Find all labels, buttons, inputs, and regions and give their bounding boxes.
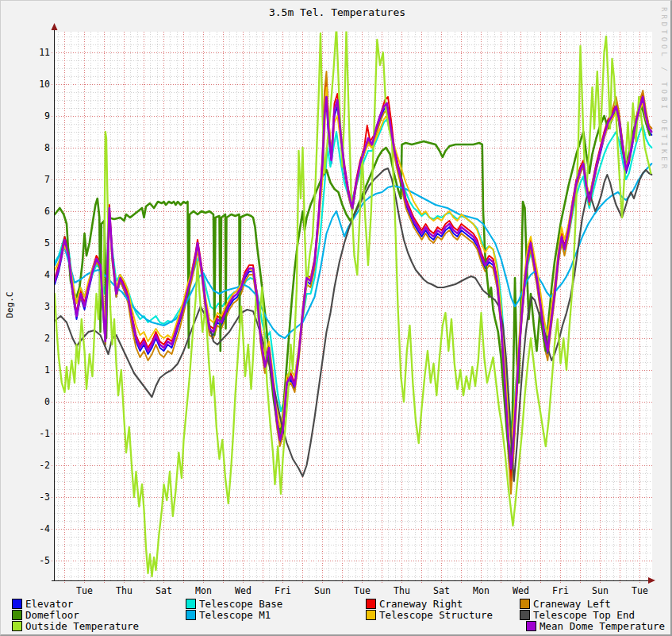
y-tick-label: -1 bbox=[39, 428, 50, 439]
x-tick-label: Tue bbox=[632, 585, 648, 596]
legend-label: Outside Temperature bbox=[25, 620, 139, 632]
x-tick-label: Wed bbox=[513, 585, 529, 596]
legend-item: Telescope Top End bbox=[520, 609, 635, 621]
legend-swatch bbox=[186, 599, 195, 608]
legend-swatch bbox=[366, 599, 375, 608]
legend-label: Elevator bbox=[25, 598, 74, 610]
chart-title: 3.5m Tel. Temperatures bbox=[269, 6, 405, 18]
y-tick-label: 10 bbox=[39, 79, 50, 90]
legend-item: Craneway Left bbox=[520, 598, 611, 610]
x-tick-label: Fri bbox=[552, 585, 569, 596]
x-tick-label: Mon bbox=[195, 585, 212, 596]
y-tick-label: -4 bbox=[39, 523, 50, 534]
legend-label: Telescope Base bbox=[199, 598, 282, 610]
x-tick-label: Sat bbox=[433, 585, 450, 596]
y-axis-title: Deg.C bbox=[5, 291, 15, 318]
x-tick-label: Thu bbox=[116, 585, 132, 596]
x-tick-label: Wed bbox=[235, 585, 252, 596]
legend-swatch bbox=[520, 599, 529, 608]
legend-swatch bbox=[12, 599, 21, 608]
legend-swatch bbox=[366, 610, 375, 619]
legend-label: Craneway Right bbox=[379, 598, 463, 610]
x-tick-label: Tue bbox=[76, 585, 93, 596]
legend-item: Telescope Base bbox=[186, 598, 282, 610]
rrd-graph-frame: -5-4-3-2-101234567891011TueThuSatMonWedF… bbox=[0, 0, 672, 636]
y-tick-label: 4 bbox=[44, 269, 50, 280]
x-tick-label: Tue bbox=[354, 585, 371, 596]
legend-item: Telescope Structure bbox=[366, 609, 493, 621]
legend-swatch bbox=[12, 621, 21, 630]
legend-item: Outside Temperature bbox=[12, 620, 139, 632]
legend-label: Telescope Structure bbox=[379, 609, 493, 621]
y-tick-label: -3 bbox=[39, 491, 50, 503]
legend-label: Mean Dome Temperature bbox=[540, 620, 665, 632]
y-tick-label: 5 bbox=[44, 237, 50, 249]
y-tick-label: 2 bbox=[44, 333, 50, 344]
y-tick-label: 1 bbox=[44, 364, 50, 376]
y-tick-label: 7 bbox=[44, 174, 50, 185]
x-tick-label: Sun bbox=[314, 585, 331, 596]
legend-item: Telescope M1 bbox=[186, 609, 271, 621]
y-tick-label: 9 bbox=[44, 110, 50, 121]
legend-label: Craneway Left bbox=[533, 598, 611, 610]
y-tick-label: 6 bbox=[44, 206, 50, 217]
legend-swatch bbox=[186, 610, 195, 619]
y-tick-label: -2 bbox=[39, 460, 50, 471]
legend-label: Telescope M1 bbox=[199, 609, 271, 621]
y-tick-label: 3 bbox=[44, 301, 50, 312]
y-tick-label: 0 bbox=[44, 396, 50, 407]
x-tick-label: Sat bbox=[156, 585, 172, 596]
x-tick-label: Thu bbox=[394, 585, 410, 596]
legend-item: Mean Dome Temperature bbox=[526, 620, 665, 632]
legend-label: Telescope Top End bbox=[533, 609, 635, 621]
y-tick-label: -5 bbox=[39, 555, 50, 566]
legend-label: Domefloor bbox=[25, 609, 79, 621]
x-tick-label: Fri bbox=[275, 585, 291, 596]
chart-canvas: -5-4-3-2-101234567891011TueThuSatMonWedF… bbox=[1, 1, 670, 634]
y-tick-label: 8 bbox=[44, 142, 50, 153]
legend-item: Craneway Right bbox=[366, 598, 463, 610]
legend-swatch bbox=[520, 610, 529, 619]
legend-item: Elevator bbox=[12, 598, 74, 610]
legend-swatch bbox=[526, 621, 536, 630]
legend-swatch bbox=[12, 610, 21, 619]
x-tick-label: Mon bbox=[473, 585, 490, 596]
y-tick-label: 11 bbox=[39, 47, 50, 58]
x-tick-label: Sun bbox=[592, 585, 609, 596]
watermark: RRDTOOL / TOBI OETIKER bbox=[660, 7, 668, 172]
